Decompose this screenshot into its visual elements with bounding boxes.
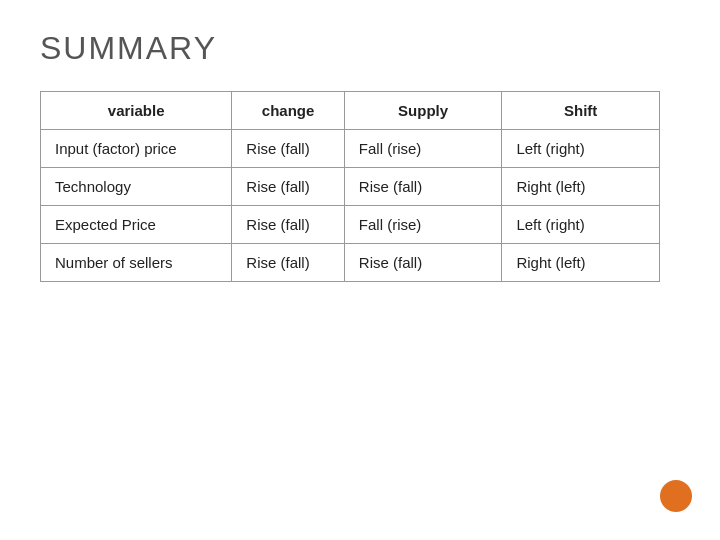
cell-variable-1: Technology <box>41 168 232 206</box>
cell-shift-2: Left (right) <box>502 206 660 244</box>
header-supply: Supply <box>344 92 502 130</box>
cell-change-3: Rise (fall) <box>232 244 345 282</box>
header-variable: variable <box>41 92 232 130</box>
orange-circle-decoration <box>660 480 692 512</box>
cell-change-0: Rise (fall) <box>232 130 345 168</box>
cell-shift-1: Right (left) <box>502 168 660 206</box>
cell-supply-3: Rise (fall) <box>344 244 502 282</box>
cell-shift-3: Right (left) <box>502 244 660 282</box>
table-row: Technology Rise (fall) Rise (fall) Right… <box>41 168 660 206</box>
table-header-row: variable change Supply Shift <box>41 92 660 130</box>
cell-variable-0: Input (factor) price <box>41 130 232 168</box>
table-row: Input (factor) price Rise (fall) Fall (r… <box>41 130 660 168</box>
header-shift: Shift <box>502 92 660 130</box>
summary-table: variable change Supply Shift Input (fact… <box>40 91 660 282</box>
table-row: Expected Price Rise (fall) Fall (rise) L… <box>41 206 660 244</box>
page-title: SUMMARY <box>40 30 680 67</box>
cell-supply-0: Fall (rise) <box>344 130 502 168</box>
cell-change-1: Rise (fall) <box>232 168 345 206</box>
table-row: Number of sellers Rise (fall) Rise (fall… <box>41 244 660 282</box>
cell-change-2: Rise (fall) <box>232 206 345 244</box>
cell-supply-1: Rise (fall) <box>344 168 502 206</box>
cell-shift-0: Left (right) <box>502 130 660 168</box>
cell-variable-3: Number of sellers <box>41 244 232 282</box>
cell-variable-2: Expected Price <box>41 206 232 244</box>
cell-supply-2: Fall (rise) <box>344 206 502 244</box>
page-container: SUMMARY variable change Supply Shift Inp… <box>0 0 720 540</box>
header-change: change <box>232 92 345 130</box>
